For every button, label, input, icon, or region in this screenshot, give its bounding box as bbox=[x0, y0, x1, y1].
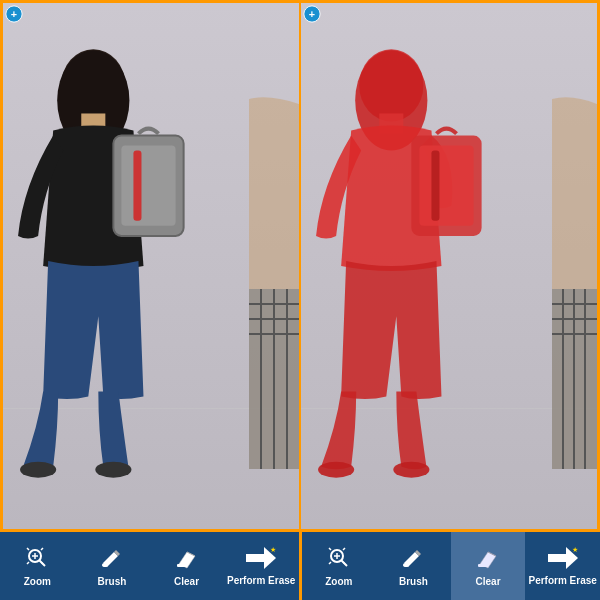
right-zoom-label: Zoom bbox=[325, 576, 352, 587]
right-zoom-button[interactable]: Zoom bbox=[302, 532, 377, 600]
svg-rect-6 bbox=[121, 146, 175, 226]
right-arrow-icon: ★ bbox=[548, 547, 578, 572]
svg-rect-24 bbox=[431, 151, 439, 221]
toolbar-left: Zoom Brush bbox=[0, 532, 299, 600]
main-container: + bbox=[0, 0, 600, 600]
svg-point-38 bbox=[102, 563, 108, 567]
left-brush-label: Brush bbox=[97, 576, 126, 587]
svg-text:★: ★ bbox=[270, 547, 276, 553]
svg-rect-23 bbox=[419, 146, 473, 226]
right-eraser-icon bbox=[476, 546, 500, 573]
svg-point-8 bbox=[20, 462, 56, 478]
svg-rect-40 bbox=[246, 554, 266, 562]
svg-text:+: + bbox=[11, 8, 17, 20]
left-panel: + bbox=[0, 0, 300, 532]
left-perform-erase-button[interactable]: ★ Perform Erase bbox=[224, 532, 299, 600]
svg-text:★: ★ bbox=[572, 547, 578, 553]
svg-rect-7 bbox=[133, 151, 141, 221]
right-panel: + bbox=[300, 0, 600, 532]
eraser-icon bbox=[175, 546, 199, 573]
right-perform-erase-button[interactable]: ★ Perform Erase bbox=[525, 532, 600, 600]
right-zoom-icon bbox=[327, 546, 351, 573]
toolbar: Zoom Brush bbox=[0, 532, 600, 600]
right-brush-icon bbox=[401, 546, 425, 573]
right-clear-button[interactable]: Clear bbox=[451, 532, 526, 600]
svg-rect-39 bbox=[177, 564, 187, 567]
panels-row: + bbox=[0, 0, 600, 532]
left-clear-label: Clear bbox=[174, 576, 199, 587]
right-partial-person bbox=[552, 89, 597, 469]
svg-rect-48 bbox=[478, 564, 488, 567]
right-clear-label: Clear bbox=[476, 576, 501, 587]
right-brush-label: Brush bbox=[399, 576, 428, 587]
right-brush-button[interactable]: Brush bbox=[376, 532, 451, 600]
svg-point-9 bbox=[95, 462, 131, 478]
svg-point-25 bbox=[318, 462, 354, 478]
toolbar-right: Zoom Brush bbox=[302, 532, 601, 600]
left-arrow-icon: ★ bbox=[246, 547, 276, 572]
svg-rect-49 bbox=[548, 554, 568, 562]
left-clear-button[interactable]: Clear bbox=[149, 532, 224, 600]
zoom-icon bbox=[25, 546, 49, 573]
left-perform-erase-label: Perform Erase bbox=[227, 575, 295, 586]
svg-point-26 bbox=[393, 462, 429, 478]
left-corner-icon: + bbox=[5, 5, 23, 23]
left-partial-person bbox=[249, 89, 299, 469]
svg-text:+: + bbox=[309, 8, 315, 20]
left-zoom-button[interactable]: Zoom bbox=[0, 532, 75, 600]
left-zoom-label: Zoom bbox=[24, 576, 51, 587]
svg-point-47 bbox=[403, 563, 409, 567]
right-perform-erase-label: Perform Erase bbox=[529, 575, 597, 586]
brush-icon bbox=[100, 546, 124, 573]
right-corner-icon: + bbox=[303, 5, 321, 23]
left-brush-button[interactable]: Brush bbox=[75, 532, 150, 600]
